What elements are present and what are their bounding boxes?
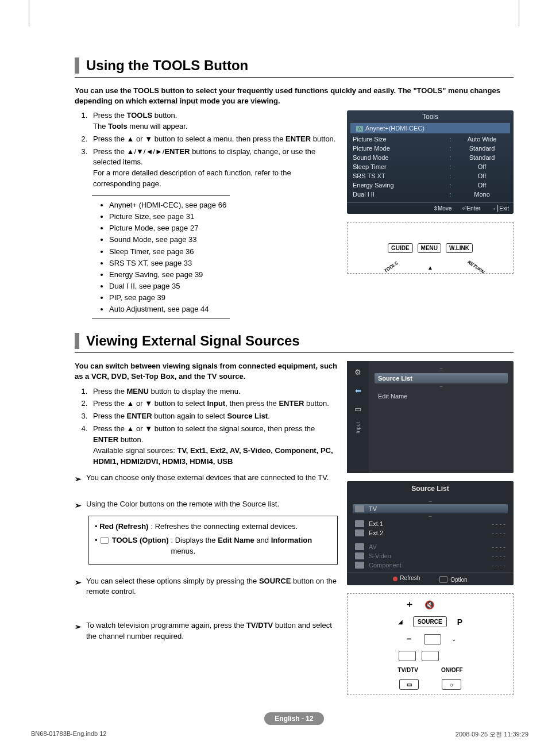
remote-small-button[interactable] xyxy=(422,651,439,661)
source-list-panel: Source List – TV–Ext.1- - - -Ext.2- - - … xyxy=(347,481,514,585)
ref-item: Auto Adjustment, see page 44 xyxy=(109,304,230,315)
ref-item: Sound Mode, see page 33 xyxy=(109,234,230,245)
ref-item: Dual I II, see page 35 xyxy=(109,281,230,292)
remote-onoff-button[interactable]: ☼ xyxy=(442,679,461,690)
gear-icon[interactable]: ⚙ xyxy=(353,367,363,377)
tools-icon xyxy=(439,576,447,583)
ref-item: Picture Size, see page 31 xyxy=(109,211,230,222)
note-source-button: ➢ You can select these options simply by… xyxy=(75,576,338,598)
ref-item: SRS TS XT, see page 33 xyxy=(109,258,230,269)
note-color-buttons: ➢ Using the Color buttons on the remote … xyxy=(75,499,338,511)
heading-sources: Viewing External Signal Sources xyxy=(86,333,300,349)
anynet-icon: A xyxy=(356,126,363,132)
source-row[interactable]: TV xyxy=(353,504,508,513)
step-3: Press the ▲/▼/◄/►/ENTER buttons to displ… xyxy=(90,147,338,190)
remote-guide-button[interactable]: GUIDE xyxy=(388,243,413,253)
remote-menu-button[interactable]: MENU xyxy=(418,243,441,253)
remote-return-label: RETURN xyxy=(466,259,485,274)
dash-spacer: – xyxy=(375,366,508,371)
step-s1: Press the MENU button to display the men… xyxy=(90,386,338,397)
source-list-title: Source List xyxy=(347,481,514,496)
input-arrow-icon[interactable]: ⬅ xyxy=(353,385,363,396)
mute-icon[interactable]: 🔇 xyxy=(424,600,434,609)
remote-wlink-button[interactable]: W.LINK xyxy=(446,243,473,253)
source-row[interactable]: S-Video- - - - xyxy=(353,551,508,561)
note-connected-only: ➢ You can choose only those external dev… xyxy=(75,473,338,485)
tv-icon xyxy=(355,562,364,569)
step-1: Press the TOOLS button. The Tools menu w… xyxy=(90,110,338,132)
input-menu-panel: ⚙ ⬅ ▭ Input – Source List – Edit Name xyxy=(347,361,514,473)
osd-row[interactable]: Picture Size:Auto Wide xyxy=(353,135,508,144)
source-row[interactable]: Ext.1- - - - xyxy=(353,519,508,528)
steps-tools: Press the TOOLS button. The Tools menu w… xyxy=(75,110,338,190)
plus-icon[interactable]: ＋ xyxy=(405,598,414,611)
remote-diagram-source: ＋ 🔇 ◢ SOURCE P － ⌄ xyxy=(347,593,514,695)
osd-row[interactable]: Picture Mode:Standard xyxy=(353,144,508,153)
picture-icon[interactable]: ▭ xyxy=(353,404,363,414)
menu-item-source-list[interactable]: Source List xyxy=(375,373,508,383)
file-name: BN68-01783B-Eng.indb 12 xyxy=(31,730,106,739)
osd-rows: Picture Size:Auto WidePicture Mode:Stand… xyxy=(347,133,514,202)
tv-icon xyxy=(355,552,364,559)
osd-selected-row[interactable]: AAnynet+(HDMI-CEC) xyxy=(350,123,510,133)
osd-exit: →⎮Exit xyxy=(491,205,509,212)
arrow-icon: ➢ xyxy=(75,620,82,642)
osd-row[interactable]: Energy Saving:Off xyxy=(353,181,508,190)
osd-panel-tools: Tools AAnynet+(HDMI-CEC) Picture Size:Au… xyxy=(347,110,514,214)
steps-sources: Press the MENU button to display the men… xyxy=(75,386,338,467)
minus-icon[interactable]: － xyxy=(404,633,414,645)
source-row[interactable]: AV- - - - xyxy=(353,542,508,551)
refresh-button[interactable]: Refresh xyxy=(393,575,420,583)
updown-icon: ⇕ xyxy=(433,205,438,212)
page-number-pill: English - 12 xyxy=(264,712,323,725)
remote-screen-icon[interactable] xyxy=(424,634,441,644)
heading-bar xyxy=(75,333,79,349)
step-2: Press the ▲ or ▼ button to select a menu… xyxy=(90,134,338,145)
note-tvdtv: ➢ To watch television programme again, p… xyxy=(75,620,338,642)
heading-bar xyxy=(75,57,79,74)
arrow-icon: ➢ xyxy=(75,473,82,485)
tools-option-row: • TOOLS (Option) : Displays the Edit Nam… xyxy=(95,535,331,557)
reference-list: Anynet+ (HDMI-CEC), see page 66 Picture … xyxy=(92,199,230,315)
option-button[interactable]: Option xyxy=(438,575,467,583)
osd-row[interactable]: Sleep Timer:Off xyxy=(353,162,508,171)
osd-footer: ⇕Move ⏎Enter →⎮Exit xyxy=(347,202,514,214)
remote-tools-label: TOOLS xyxy=(383,260,399,274)
osd-row[interactable]: Dual I II:Mono xyxy=(353,190,508,199)
tv-icon xyxy=(355,520,364,527)
arrow-icon: ➢ xyxy=(75,576,82,598)
dash-spacer: – xyxy=(353,498,508,504)
source-row[interactable]: Ext.2- - - - xyxy=(353,528,508,538)
vol-left-icon[interactable]: ◢ xyxy=(398,619,403,625)
dash-spacer: – xyxy=(375,383,508,389)
osd-move: ⇕Move xyxy=(433,205,451,212)
print-metadata: BN68-01783B-Eng.indb 12 2008-09-25 오전 11… xyxy=(31,730,528,739)
chevron-down-icon[interactable]: ⌄ xyxy=(451,636,456,642)
osd-row[interactable]: SRS TS XT:Off xyxy=(353,171,508,181)
step-s3: Press the ENTER button again to select S… xyxy=(90,411,338,422)
reference-box: Anynet+ (HDMI-CEC), see page 66 Picture … xyxy=(92,195,230,319)
exit-icon: →⎮ xyxy=(491,205,499,212)
remote-tvdtv-button[interactable]: ▭ xyxy=(399,679,419,690)
ref-item: Anynet+ (HDMI-CEC), see page 66 xyxy=(109,199,230,211)
remote-small-button[interactable] xyxy=(399,651,416,661)
osd-enter: ⏎Enter xyxy=(462,205,480,212)
tv-icon xyxy=(355,529,364,536)
intro-tools: You can use the TOOLS button to select y… xyxy=(75,86,514,106)
menu-item-edit-name[interactable]: Edit Name xyxy=(375,391,508,401)
step-s4: Press the ▲ or ▼ button to select the si… xyxy=(90,424,338,467)
tvdtv-label: TV/DTV xyxy=(398,667,418,673)
osd-row[interactable]: Sound Mode:Standard xyxy=(353,153,508,162)
source-list-body: – TV–Ext.1- - - -Ext.2- - - -AV- - - -S-… xyxy=(347,496,514,572)
tv-icon xyxy=(355,543,364,550)
source-row[interactable]: Component- - - - xyxy=(353,561,508,570)
section-heading-tools: Using the TOOLS Button xyxy=(75,57,514,78)
osd-title: Tools xyxy=(347,110,514,123)
ref-item: Picture Mode, see page 27 xyxy=(109,222,230,234)
remote-source-button[interactable]: SOURCE xyxy=(413,616,447,627)
source-list-footer: Refresh Option xyxy=(347,572,514,585)
up-arrow-icon: ▲ xyxy=(427,264,433,271)
input-vertical-label: Input xyxy=(355,422,361,433)
tv-icon xyxy=(355,505,364,512)
section-heading-sources: Viewing External Signal Sources xyxy=(75,333,514,353)
